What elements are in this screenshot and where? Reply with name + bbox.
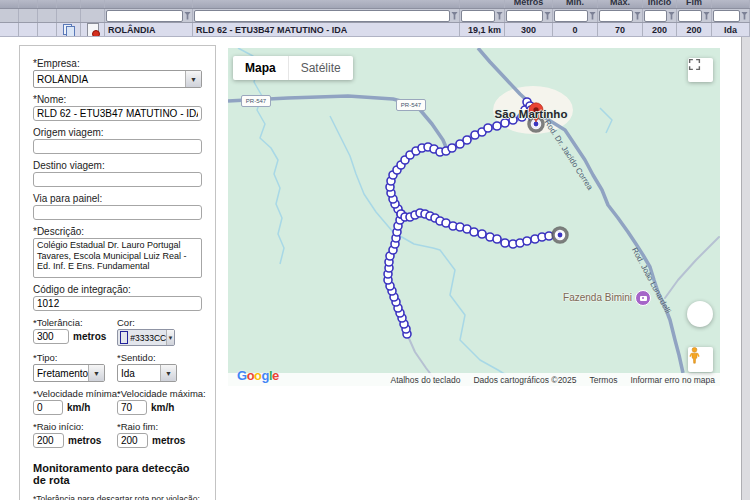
row-cell-min: 0 [553, 23, 598, 36]
nome-input[interactable] [33, 106, 202, 121]
chevron-down-icon[interactable]: ▼ [166, 330, 174, 345]
route-map[interactable]: Mapa Satélite São Martinho Rod. Dr. Jací… [228, 48, 720, 386]
color-swatch [120, 331, 128, 344]
row-cell-max: 70 [598, 23, 643, 36]
via-input[interactable] [33, 205, 202, 220]
raio-fim-input[interactable] [117, 433, 148, 448]
pan-control[interactable] [687, 301, 713, 327]
filter-cell-blank [0, 9, 19, 22]
map-type-map-button[interactable]: Mapa [233, 56, 289, 80]
filter-input-metros[interactable] [506, 10, 543, 22]
sentido-select[interactable]: Ida ▼ [117, 364, 177, 382]
raio-inicio-input[interactable] [33, 433, 64, 448]
route-editor-page: Metros Mín. Máx. Início Fim [0, 0, 750, 500]
header-cell-max[interactable]: Máx. [598, 0, 643, 8]
filter-funnel-icon[interactable] [668, 12, 675, 20]
header-cell-nome[interactable] [193, 0, 460, 8]
google-logo-letter: o [254, 368, 261, 383]
filter-funnel-icon[interactable] [589, 12, 596, 20]
row-cell-fim: 200 [677, 23, 712, 36]
descricao-textarea[interactable]: Colégio Estadual Dr. Lauro Portugal Tava… [33, 238, 202, 278]
origem-input[interactable] [33, 139, 202, 154]
filter-funnel-icon[interactable] [496, 12, 503, 20]
vel-min-label: *Velocidade mínima: [33, 388, 117, 399]
header-cell-min[interactable]: Mín. [553, 0, 598, 8]
row-cell-metros: 300 [505, 23, 553, 36]
pan-down-arrow-icon[interactable] [697, 317, 703, 323]
destino-input[interactable] [33, 172, 202, 187]
tolerancia-input[interactable] [33, 329, 69, 344]
chevron-down-icon[interactable]: ▼ [185, 71, 201, 87]
header-cell-blank [19, 0, 38, 8]
header-cell-empresa[interactable] [105, 0, 193, 8]
header-cell-metros[interactable]: Metros [505, 0, 553, 8]
filter-cell-blank [57, 9, 81, 22]
vel-min-unit: km/h [67, 402, 90, 413]
chevron-down-icon[interactable]: ▼ [160, 365, 176, 381]
filter-input-inicio[interactable] [644, 10, 667, 22]
filter-input-max[interactable] [599, 10, 633, 22]
map-canvas[interactable] [228, 48, 720, 386]
header-cell-distancia[interactable] [460, 0, 505, 8]
header-cell-inicio[interactable]: Início [643, 0, 677, 8]
camera-poi-icon[interactable] [635, 290, 651, 306]
filter-input-distancia[interactable] [461, 10, 495, 22]
row-cell-blank [19, 23, 38, 36]
route-map-icon[interactable] [87, 23, 99, 36]
filter-funnel-icon[interactable] [544, 12, 551, 20]
tipo-select[interactable]: Fretamento ▼ [33, 364, 105, 382]
google-logo-letter: G [237, 368, 247, 383]
keyboard-shortcuts-link[interactable]: Atalhos do teclado [390, 375, 460, 385]
tolerancia-label: *Tolerância: [33, 317, 117, 328]
row-cell-sentido: Ida [712, 23, 750, 36]
cor-select[interactable]: #3333CC ▼ [117, 329, 175, 346]
grid-header-row: Metros Mín. Máx. Início Fim [0, 0, 750, 9]
row-cell-blank [0, 23, 19, 36]
pan-left-arrow-icon[interactable] [691, 311, 697, 317]
vertical-scrollbar[interactable] [741, 37, 750, 500]
filter-input-empresa[interactable] [106, 10, 183, 22]
empresa-select[interactable]: ROLÂNDIA ▼ [33, 70, 202, 88]
town-label: São Martinho [471, 108, 591, 120]
vel-max-label: *Velocidade máxima: [117, 388, 206, 399]
map-type-satellite-button[interactable]: Satélite [289, 56, 353, 80]
filter-funnel-icon[interactable] [184, 12, 191, 20]
codigo-input[interactable] [33, 296, 202, 311]
origem-label: Origem viagem: [33, 127, 202, 138]
vel-max-input[interactable] [117, 400, 147, 415]
chevron-down-icon[interactable]: ▼ [88, 365, 104, 381]
terms-link[interactable]: Termos [590, 375, 618, 385]
pan-right-arrow-icon[interactable] [703, 311, 709, 317]
routes-grid: Metros Mín. Máx. Início Fim [0, 0, 750, 37]
row-cell-nome: RLD 62 - ETU3B47 MATUTINO - IDA [193, 23, 460, 36]
filter-funnel-icon[interactable] [634, 12, 641, 20]
cor-value: #3333CC [130, 333, 166, 343]
filter-input-sentido[interactable] [713, 10, 740, 22]
filter-input-fim[interactable] [678, 10, 702, 22]
filter-funnel-icon[interactable] [451, 12, 458, 20]
pegman-control[interactable] [688, 347, 713, 372]
grid-filter-row [0, 9, 750, 23]
road-badge-pr547: PR-547 [241, 95, 271, 107]
filter-input-min[interactable] [554, 10, 588, 22]
google-logo-letter: g [262, 368, 269, 383]
filter-cell-blank [38, 9, 57, 22]
filter-funnel-icon[interactable] [703, 12, 710, 20]
route-table-row[interactable]: ROLÂNDIA RLD 62 - ETU3B47 MATUTINO - IDA… [0, 23, 750, 37]
filter-funnel-icon[interactable] [741, 12, 748, 20]
filter-input-nome[interactable] [194, 10, 450, 22]
header-cell-sentido[interactable] [712, 0, 750, 8]
google-logo-letter: o [247, 368, 254, 383]
tolerancia-violacao-label: *Tolerância para descartar rota por viol… [33, 494, 202, 500]
descricao-label: *Descrição: [33, 226, 202, 237]
report-error-link[interactable]: Informar erro no mapa [630, 375, 715, 385]
copy-route-icon[interactable] [63, 24, 74, 36]
fullscreen-button[interactable] [688, 58, 713, 82]
row-cell-distancia: 19,1 km [460, 23, 505, 36]
header-cell-blank [81, 0, 105, 8]
codigo-label: Código de integração: [33, 284, 202, 295]
header-cell-fim[interactable]: Fim [677, 0, 712, 8]
vel-min-input[interactable] [33, 400, 63, 415]
google-logo-letter: e [272, 368, 279, 383]
tipo-label: *Tipo: [33, 352, 117, 363]
